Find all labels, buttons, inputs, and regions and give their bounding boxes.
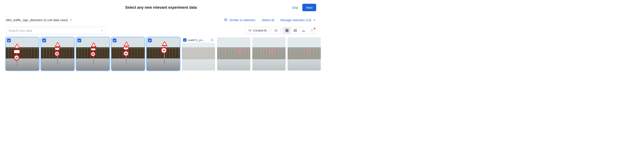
manage-selection-link[interactable]: Manage selection (13) xyxy=(280,18,316,22)
scatter-icon xyxy=(310,28,314,32)
thumbnail[interactable]: 40 xyxy=(41,37,74,70)
sort-selector[interactable]: Created At xyxy=(245,27,269,34)
view-grid-button[interactable] xyxy=(283,27,291,34)
svg-point-33 xyxy=(212,39,212,40)
svg-point-1 xyxy=(226,19,227,20)
list-icon xyxy=(294,28,297,32)
svg-point-32 xyxy=(211,39,212,40)
svg-point-0 xyxy=(224,19,225,20)
thumbnail[interactable] xyxy=(252,37,286,70)
svg-rect-20 xyxy=(294,30,297,31)
thumbnail[interactable]: 60 xyxy=(6,37,39,70)
notification-dot-icon xyxy=(314,28,315,30)
select-all-link[interactable]: Select all xyxy=(262,18,274,22)
svg-point-27 xyxy=(311,30,312,30)
svg-point-28 xyxy=(312,31,312,31)
svg-rect-14 xyxy=(286,30,288,31)
svg-rect-13 xyxy=(286,30,286,31)
chevron-down-icon xyxy=(70,18,73,22)
view-mode-group xyxy=(283,27,316,34)
svg-point-2 xyxy=(224,20,225,21)
svg-point-34 xyxy=(213,39,213,40)
view-chart-button[interactable] xyxy=(300,27,308,34)
thumbnail-menu-button[interactable] xyxy=(210,38,214,42)
svg-point-35 xyxy=(211,40,212,41)
svg-point-36 xyxy=(212,40,212,41)
thumbnail[interactable]: 40 xyxy=(112,37,145,70)
svg-point-29 xyxy=(312,30,313,30)
selection-checkbox[interactable] xyxy=(42,38,46,42)
search-input[interactable] xyxy=(8,28,100,32)
svg-rect-18 xyxy=(288,31,288,32)
svg-point-26 xyxy=(310,31,311,32)
caret-down-icon xyxy=(100,29,104,32)
page-title: Select any new relevant experiment data xyxy=(125,6,197,10)
view-scatter-button[interactable] xyxy=(308,27,316,34)
search-box[interactable] xyxy=(6,27,106,34)
selection-checkbox[interactable] xyxy=(113,38,116,42)
svg-rect-12 xyxy=(288,29,288,30)
thumbnail-hover-bar: road671_pn… xyxy=(182,37,215,43)
sort-label: Created At xyxy=(253,29,267,32)
thumbnail[interactable] xyxy=(288,37,321,70)
grid-icon xyxy=(285,28,289,32)
thumbnail[interactable]: 40 xyxy=(147,37,180,70)
selection-checkbox[interactable] xyxy=(78,38,81,42)
similar-to-selection-link[interactable]: Similar to selection xyxy=(224,18,256,22)
thumbnail[interactable]: road671_pn… xyxy=(182,37,215,70)
similar-icon xyxy=(224,18,228,22)
svg-point-30 xyxy=(313,30,313,31)
view-list-button[interactable] xyxy=(291,27,300,34)
chevron-down-icon xyxy=(313,18,316,22)
thumbnail-strip: 60 40 xyxy=(6,37,316,70)
select-all-label: Select all xyxy=(262,18,274,22)
svg-point-31 xyxy=(311,29,311,30)
dataset-selector-label: IMG_traffic_sign_detection (3,144 data r… xyxy=(6,18,68,22)
next-button[interactable]: Next xyxy=(302,4,316,11)
eye-icon xyxy=(274,28,278,32)
svg-rect-21 xyxy=(294,31,297,32)
selection-checkbox[interactable] xyxy=(183,38,186,42)
selection-checkbox[interactable] xyxy=(148,38,152,42)
sort-icon xyxy=(248,29,251,32)
skip-link[interactable]: Skip xyxy=(292,6,298,9)
svg-point-9 xyxy=(276,30,276,31)
svg-rect-11 xyxy=(286,29,288,30)
thumbnail-filename: road671_pn… xyxy=(188,38,209,42)
svg-point-37 xyxy=(213,40,213,41)
selection-checkbox[interactable] xyxy=(7,38,11,42)
svg-rect-17 xyxy=(286,31,288,32)
thumbnail[interactable] xyxy=(217,37,250,70)
svg-rect-16 xyxy=(286,31,286,32)
thumbnail[interactable]: 40 xyxy=(76,37,110,70)
manage-selection-label: Manage selection (13) xyxy=(280,18,311,22)
svg-rect-19 xyxy=(294,29,297,30)
similar-to-selection-label: Similar to selection xyxy=(230,18,256,22)
bar-chart-icon xyxy=(302,28,306,32)
svg-rect-15 xyxy=(288,30,288,31)
dataset-selector[interactable]: IMG_traffic_sign_detection (3,144 data r… xyxy=(6,18,73,22)
svg-rect-10 xyxy=(286,29,286,30)
svg-rect-3 xyxy=(226,20,227,21)
visibility-toggle[interactable] xyxy=(272,27,280,34)
